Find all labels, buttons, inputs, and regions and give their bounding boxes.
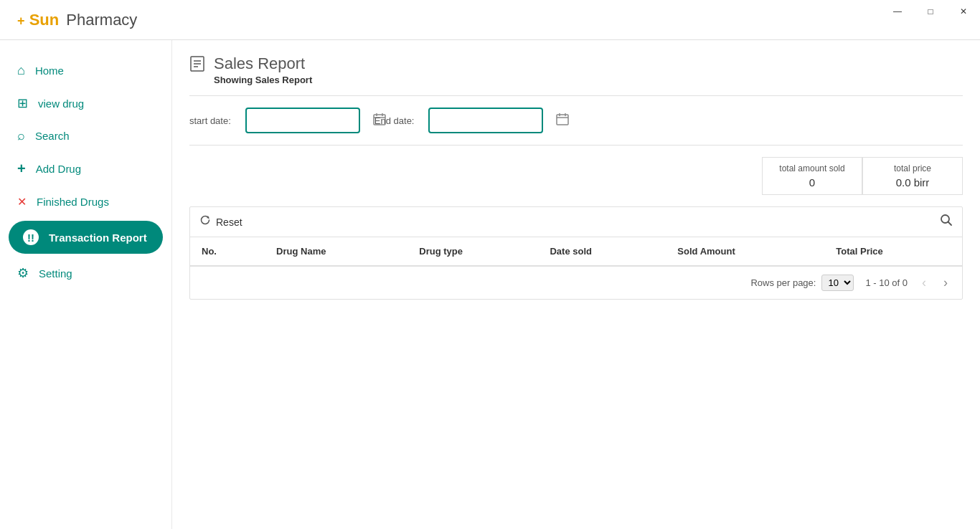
reset-label: Reset [216,216,242,228]
sidebar-label-transaction-report: Transaction Report [49,232,147,244]
end-date-input-wrap[interactable] [428,108,543,133]
svg-line-13 [948,222,952,226]
rows-per-page-control: Rows per page: 10 25 50 [750,275,854,291]
sidebar-item-transaction-report[interactable]: ! Transaction Report [9,221,163,254]
summary-row: total amount sold 0 total price 0.0 birr [189,157,963,195]
finished-drugs-icon [17,194,27,209]
end-date-label: End date: [374,115,415,126]
svg-rect-8 [557,115,568,125]
sidebar-label-add-drug: Add Drug [36,163,81,175]
logo-plus: + [17,14,25,28]
start-date-label: start date: [189,115,231,126]
sidebar: Home view drug Search Add Drug Finished … [0,40,172,529]
col-drug-type: Drug type [407,237,538,266]
sidebar-label-home: Home [35,65,64,77]
page-title: Sales Report [214,54,312,73]
total-amount-sold-value: 0 [777,176,847,189]
page-header-icon [189,56,205,75]
rows-per-page-select[interactable]: 10 25 50 [821,275,854,291]
date-filters: start date: End date: [189,96,963,146]
sidebar-label-setting: Setting [39,267,72,280]
setting-icon [17,265,29,281]
app-logo: + Sun Pharmacy [17,11,137,29]
table-header-row: No. Drug Name Drug type Date sold Sold A… [190,237,962,266]
page-header: Sales Report Showing Sales Report [189,54,963,96]
page-title-group: Sales Report Showing Sales Report [214,54,312,85]
minimize-button[interactable]: — [881,0,914,23]
col-no: No. [190,237,265,266]
total-amount-sold-card: total amount sold 0 [762,157,862,195]
reset-button[interactable]: Reset [199,214,242,230]
home-icon [17,63,25,78]
maximize-button[interactable]: □ [914,0,947,23]
prev-page-button[interactable]: ‹ [919,274,929,292]
total-price-label: total price [877,163,948,173]
sidebar-item-setting[interactable]: Setting [0,257,171,290]
table-toolbar: Reset [190,207,962,237]
view-drug-icon [17,95,28,111]
sidebar-item-finished-drugs[interactable]: Finished Drugs [0,186,171,218]
reset-icon [199,214,212,230]
sidebar-item-home[interactable]: Home [0,54,171,87]
end-date-calendar-icon[interactable] [556,113,569,128]
start-date-input-wrap[interactable] [245,108,360,133]
col-sold-amount: Sold Amount [666,237,824,266]
title-bar: — □ ✕ [881,0,980,23]
sidebar-item-search[interactable]: Search [0,120,171,152]
sidebar-item-view-drug[interactable]: view drug [0,87,171,120]
col-date-sold: Date sold [538,237,666,266]
page-subtitle: Showing Sales Report [214,75,312,85]
total-price-value: 0.0 birr [877,176,948,189]
add-drug-icon [17,161,26,177]
main-content: Sales Report Showing Sales Report start … [172,40,980,529]
search-icon [17,128,25,143]
total-price-card: total price 0.0 birr [862,157,963,195]
pagination-row: Rows per page: 10 25 50 1 - 10 of 0 ‹ › [190,266,962,299]
close-button[interactable]: ✕ [947,0,980,23]
page-info: 1 - 10 of 0 [865,277,908,288]
sales-table: No. Drug Name Drug type Date sold Sold A… [190,237,962,266]
transaction-report-icon: ! [23,229,39,245]
sidebar-label-view-drug: view drug [38,97,84,110]
logo-sun: Sun [29,11,60,29]
rows-per-page-label: Rows per page: [750,277,816,288]
sidebar-label-finished-drugs: Finished Drugs [37,196,109,208]
app-header: + Sun Pharmacy [0,0,980,40]
end-date-input[interactable] [435,115,556,126]
sidebar-label-search: Search [35,130,70,142]
col-total-price: Total Price [824,237,962,266]
col-drug-name: Drug Name [265,237,407,266]
next-page-button[interactable]: › [941,274,951,292]
table-area: Reset No. Drug Name Drug type Date sold … [189,206,963,300]
start-date-input[interactable] [253,115,373,126]
table-search-button[interactable] [939,213,953,231]
sidebar-item-add-drug[interactable]: Add Drug [0,152,171,186]
total-amount-sold-label: total amount sold [777,163,847,173]
logo-pharmacy: Pharmacy [66,11,137,29]
